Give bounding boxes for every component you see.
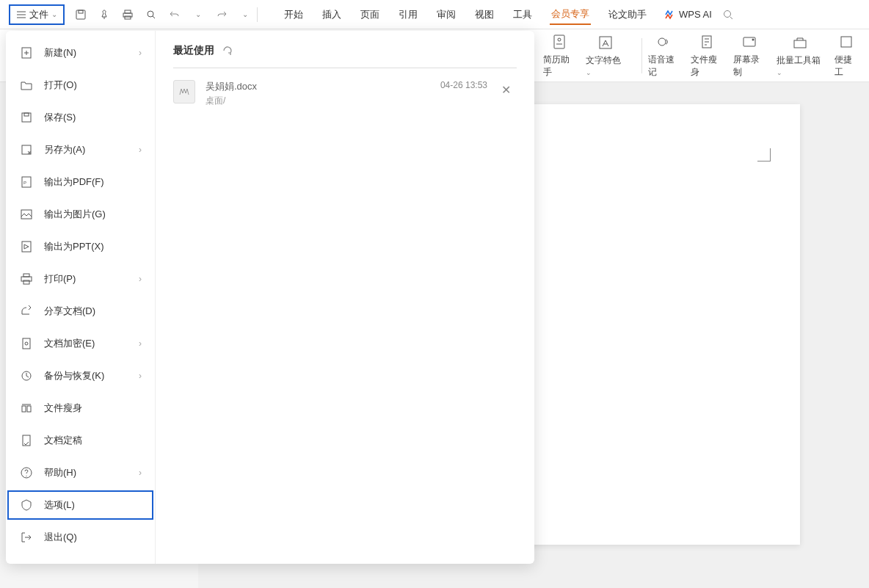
- tab-page[interactable]: 页面: [359, 5, 381, 24]
- file-menu-item-save[interactable]: 保存(S): [6, 101, 155, 134]
- wps-ai-button[interactable]: WPS AI: [664, 9, 712, 20]
- svg-point-5: [148, 11, 153, 17]
- file-menu-item-options[interactable]: 选项(L): [6, 489, 155, 521]
- save-icon[interactable]: [73, 7, 88, 22]
- file-menu-item-share[interactable]: 分享文档(D): [6, 295, 155, 327]
- toolbox-icon: [791, 34, 809, 51]
- new-icon: [19, 46, 34, 60]
- ribbon-screen-record[interactable]: 屏幕录制: [733, 33, 766, 79]
- top-toolbar: 文件 ⌄ ⌄ ⌄ 开始 插入 页面 引用 审阅 视图 工具 会员专享 论文助手 …: [0, 0, 869, 29]
- svg-rect-27: [23, 338, 30, 349]
- svg-rect-24: [23, 274, 29, 277]
- refresh-icon[interactable]: [222, 45, 233, 57]
- ribbon-label: 文件瘦身: [691, 54, 723, 79]
- close-icon[interactable]: ✕: [501, 83, 511, 97]
- menu-item-label: 退出(Q): [44, 531, 142, 544]
- file-menu-item-ppt[interactable]: 输出为PPT(X): [6, 231, 155, 263]
- recent-title: 最近使用: [173, 44, 214, 57]
- svg-text:P: P: [23, 181, 26, 185]
- resume-icon: [550, 33, 568, 51]
- docx-icon: [173, 80, 195, 104]
- chevron-right-icon: ›: [139, 145, 142, 155]
- slim-icon: [19, 401, 34, 415]
- recent-file-item[interactable]: 吴娟娟.docx 桌面/ 04-26 13:53 ✕: [173, 77, 517, 110]
- chevron-right-icon: ›: [139, 274, 142, 284]
- file-menu-item-encrypt[interactable]: 文档加密(E)›: [6, 327, 155, 360]
- open-icon: [19, 78, 34, 92]
- file-menu-item-final[interactable]: 文档定稿: [6, 424, 155, 457]
- chevron-down-icon[interactable]: ⌄: [191, 7, 206, 22]
- pdf-icon: P: [19, 175, 34, 189]
- menu-item-label: 分享文档(D): [44, 305, 142, 318]
- file-menu-item-help[interactable]: 帮助(H)›: [6, 457, 155, 489]
- svg-rect-22: [21, 210, 32, 219]
- file-menu-item-print[interactable]: 打印(P)›: [6, 263, 155, 295]
- svg-rect-30: [22, 406, 26, 412]
- chevron-down-icon: ⌄: [51, 10, 57, 18]
- file-menu-list: 新建(N)›打开(O)保存(S)另存为(A)›P输出为PDF(F)输出为图片(G…: [6, 31, 156, 564]
- image-icon: [19, 207, 34, 222]
- ribbon-resume-helper[interactable]: 简历助手: [543, 33, 575, 79]
- tab-view[interactable]: 视图: [473, 5, 495, 24]
- ribbon-voice-note[interactable]: 语音速记: [648, 33, 680, 79]
- ribbon-convenience[interactable]: 便捷工: [835, 33, 859, 79]
- svg-rect-17: [22, 113, 31, 122]
- chevron-right-icon: ›: [139, 48, 142, 58]
- file-menu-item-new[interactable]: 新建(N)›: [6, 37, 155, 69]
- svg-rect-23: [22, 242, 31, 252]
- save-icon: [19, 110, 34, 125]
- file-menu-item-pdf[interactable]: P输出为PDF(F): [6, 166, 155, 198]
- file-menu-item-slim[interactable]: 文件瘦身: [6, 392, 155, 424]
- menu-item-label: 保存(S): [44, 111, 142, 124]
- search-icon[interactable]: [722, 9, 734, 21]
- text-feature-icon: [597, 34, 614, 51]
- ribbon-tabs: 开始 插入 页面 引用 审阅 视图 工具 会员专享 论文助手: [283, 4, 648, 25]
- print-icon: [19, 272, 34, 286]
- tab-insert[interactable]: 插入: [321, 5, 343, 24]
- file-menu-item-image[interactable]: 输出为图片(G): [6, 198, 155, 231]
- recent-file-info: 吴娟娟.docx 桌面/: [206, 80, 430, 107]
- tab-reference[interactable]: 引用: [397, 5, 419, 24]
- ribbon-label: 语音速记: [648, 54, 680, 79]
- svg-rect-15: [841, 37, 851, 47]
- menu-item-label: 文档加密(E): [44, 337, 139, 350]
- redo-icon[interactable]: [214, 7, 229, 22]
- svg-rect-0: [76, 10, 85, 19]
- ribbon-label: 批量工具箱 ⌄: [777, 54, 824, 77]
- tab-thesis[interactable]: 论文助手: [607, 5, 648, 24]
- pin-icon[interactable]: [97, 7, 112, 22]
- file-label: 文件: [29, 8, 48, 21]
- chevron-right-icon: ›: [139, 338, 142, 349]
- file-menu-button[interactable]: 文件 ⌄: [9, 4, 65, 25]
- tab-member[interactable]: 会员专享: [550, 4, 591, 25]
- chevron-down-icon[interactable]: ⌄: [238, 7, 252, 22]
- final-icon: [19, 433, 34, 448]
- menu-item-label: 帮助(H): [44, 466, 139, 479]
- file-menu-item-open[interactable]: 打开(O): [6, 69, 155, 101]
- menu-item-label: 打开(O): [44, 79, 142, 92]
- file-menu-item-backup[interactable]: 备份与恢复(K)›: [6, 360, 155, 392]
- menu-item-label: 输出为图片(G): [44, 208, 142, 221]
- record-icon: [741, 33, 758, 51]
- file-menu-item-saveas[interactable]: 另存为(A)›: [6, 134, 155, 166]
- ribbon-batch-tools[interactable]: 批量工具箱 ⌄: [777, 34, 824, 77]
- preview-icon[interactable]: [144, 7, 159, 22]
- menu-item-label: 备份与恢复(K): [44, 369, 139, 382]
- svg-rect-2: [125, 10, 131, 13]
- ribbon-label: 文字特色 ⌄: [586, 54, 625, 77]
- print-icon[interactable]: [120, 7, 135, 22]
- svg-rect-1: [79, 10, 83, 13]
- convenience-icon: [837, 33, 855, 51]
- menu-item-label: 文档定稿: [44, 434, 142, 447]
- help-icon: [19, 465, 34, 480]
- menu-item-label: 输出为PPT(X): [44, 240, 142, 253]
- ribbon-file-slim[interactable]: 文件瘦身: [691, 33, 723, 79]
- undo-icon[interactable]: [167, 7, 182, 22]
- encrypt-icon: [19, 336, 34, 351]
- ribbon-text-feature[interactable]: 文字特色 ⌄: [586, 34, 625, 77]
- file-menu-item-exit[interactable]: 退出(Q): [6, 521, 155, 553]
- exit-icon: [19, 530, 34, 545]
- tab-start[interactable]: 开始: [283, 5, 305, 24]
- tab-review[interactable]: 审阅: [435, 5, 457, 24]
- tab-tools[interactable]: 工具: [512, 5, 534, 24]
